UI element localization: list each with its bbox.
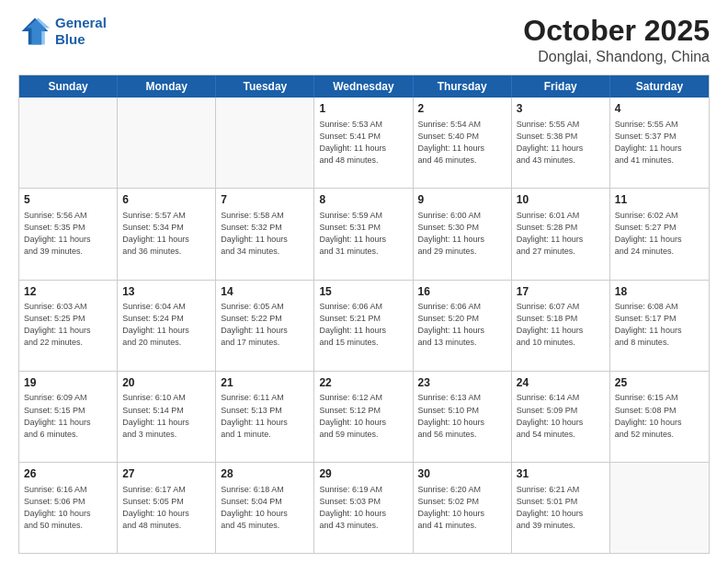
calendar-cell-12: 12Sunrise: 6:03 AM Sunset: 5:25 PM Dayli… (19, 281, 118, 371)
calendar-cell-empty (216, 98, 314, 188)
calendar-cell-5: 5Sunrise: 5:56 AM Sunset: 5:35 PM Daylig… (19, 189, 118, 279)
day-number: 13 (122, 284, 210, 300)
cell-info: Sunrise: 6:21 AM Sunset: 5:01 PM Dayligh… (517, 484, 605, 532)
calendar-cell-26: 26Sunrise: 6:16 AM Sunset: 5:06 PM Dayli… (19, 463, 118, 553)
day-number: 7 (221, 192, 309, 208)
cell-info: Sunrise: 5:54 AM Sunset: 5:40 PM Dayligh… (418, 119, 506, 167)
cell-info: Sunrise: 5:53 AM Sunset: 5:41 PM Dayligh… (319, 119, 407, 167)
calendar-cell-30: 30Sunrise: 6:20 AM Sunset: 5:02 PM Dayli… (414, 463, 512, 553)
day-number: 19 (24, 375, 112, 391)
calendar-cell-17: 17Sunrise: 6:07 AM Sunset: 5:18 PM Dayli… (512, 281, 610, 371)
day-number: 29 (319, 466, 407, 482)
day-number: 31 (517, 466, 605, 482)
cell-info: Sunrise: 5:55 AM Sunset: 5:38 PM Dayligh… (517, 119, 605, 167)
calendar-cell-19: 19Sunrise: 6:09 AM Sunset: 5:15 PM Dayli… (19, 372, 118, 462)
cell-info: Sunrise: 6:05 AM Sunset: 5:22 PM Dayligh… (221, 301, 309, 349)
calendar-cell-9: 9Sunrise: 6:00 AM Sunset: 5:30 PM Daylig… (414, 189, 512, 279)
calendar-row-1: 1Sunrise: 5:53 AM Sunset: 5:41 PM Daylig… (19, 98, 709, 188)
calendar-header: SundayMondayTuesdayWednesdayThursdayFrid… (19, 75, 709, 98)
cell-info: Sunrise: 6:17 AM Sunset: 5:05 PM Dayligh… (122, 484, 210, 532)
calendar-cell-31: 31Sunrise: 6:21 AM Sunset: 5:01 PM Dayli… (512, 463, 610, 553)
day-number: 21 (221, 375, 309, 391)
calendar-cell-4: 4Sunrise: 5:55 AM Sunset: 5:37 PM Daylig… (610, 98, 709, 188)
cell-info: Sunrise: 6:13 AM Sunset: 5:10 PM Dayligh… (418, 392, 506, 440)
page: General Blue October 2025 Donglai, Shand… (0, 0, 728, 563)
cell-info: Sunrise: 6:16 AM Sunset: 5:06 PM Dayligh… (24, 484, 112, 532)
cell-info: Sunrise: 6:20 AM Sunset: 5:02 PM Dayligh… (418, 484, 506, 532)
day-number: 18 (615, 284, 704, 300)
calendar-cell-empty (118, 98, 216, 188)
day-number: 11 (615, 192, 704, 208)
calendar-cell-14: 14Sunrise: 6:05 AM Sunset: 5:22 PM Dayli… (216, 281, 314, 371)
calendar-cell-29: 29Sunrise: 6:19 AM Sunset: 5:03 PM Dayli… (314, 463, 413, 553)
day-number: 14 (221, 284, 309, 300)
day-number: 17 (517, 284, 605, 300)
calendar-cell-25: 25Sunrise: 6:15 AM Sunset: 5:08 PM Dayli… (610, 372, 709, 462)
calendar-cell-6: 6Sunrise: 5:57 AM Sunset: 5:34 PM Daylig… (118, 189, 216, 279)
day-number: 3 (517, 101, 605, 117)
cell-info: Sunrise: 5:56 AM Sunset: 5:35 PM Dayligh… (24, 210, 112, 258)
cell-info: Sunrise: 5:55 AM Sunset: 5:37 PM Dayligh… (615, 119, 704, 167)
cell-info: Sunrise: 5:58 AM Sunset: 5:32 PM Dayligh… (221, 210, 309, 258)
calendar-cell-22: 22Sunrise: 6:12 AM Sunset: 5:12 PM Dayli… (314, 372, 413, 462)
day-number: 4 (615, 101, 704, 117)
calendar-cell-23: 23Sunrise: 6:13 AM Sunset: 5:10 PM Dayli… (414, 372, 512, 462)
day-number: 25 (615, 375, 704, 391)
calendar-cell-15: 15Sunrise: 6:06 AM Sunset: 5:21 PM Dayli… (314, 281, 413, 371)
calendar-cell-16: 16Sunrise: 6:06 AM Sunset: 5:20 PM Dayli… (414, 281, 512, 371)
cell-info: Sunrise: 6:08 AM Sunset: 5:17 PM Dayligh… (615, 301, 704, 349)
day-number: 20 (122, 375, 210, 391)
cell-info: Sunrise: 6:18 AM Sunset: 5:04 PM Dayligh… (221, 484, 309, 532)
month-title: October 2025 (523, 15, 710, 47)
day-number: 9 (418, 192, 506, 208)
day-number: 28 (221, 466, 309, 482)
title-block: October 2025 Donglai, Shandong, China (523, 15, 710, 65)
cell-info: Sunrise: 6:07 AM Sunset: 5:18 PM Dayligh… (517, 301, 605, 349)
day-number: 22 (319, 375, 407, 391)
calendar-row-5: 26Sunrise: 6:16 AM Sunset: 5:06 PM Dayli… (19, 462, 709, 553)
calendar-cell-7: 7Sunrise: 5:58 AM Sunset: 5:32 PM Daylig… (216, 189, 314, 279)
logo: General Blue (18, 15, 107, 48)
calendar-row-2: 5Sunrise: 5:56 AM Sunset: 5:35 PM Daylig… (19, 188, 709, 279)
weekday-header-friday: Friday (512, 75, 610, 98)
day-number: 15 (319, 284, 407, 300)
calendar-cell-3: 3Sunrise: 5:55 AM Sunset: 5:38 PM Daylig… (512, 98, 610, 188)
calendar-cell-28: 28Sunrise: 6:18 AM Sunset: 5:04 PM Dayli… (216, 463, 314, 553)
calendar-cell-13: 13Sunrise: 6:04 AM Sunset: 5:24 PM Dayli… (118, 281, 216, 371)
weekday-header-monday: Monday (118, 75, 216, 98)
day-number: 30 (418, 466, 506, 482)
cell-info: Sunrise: 6:15 AM Sunset: 5:08 PM Dayligh… (615, 392, 704, 440)
day-number: 5 (24, 192, 112, 208)
cell-info: Sunrise: 5:59 AM Sunset: 5:31 PM Dayligh… (319, 210, 407, 258)
cell-info: Sunrise: 6:01 AM Sunset: 5:28 PM Dayligh… (517, 210, 605, 258)
day-number: 27 (122, 466, 210, 482)
calendar-cell-2: 2Sunrise: 5:54 AM Sunset: 5:40 PM Daylig… (414, 98, 512, 188)
calendar-body: 1Sunrise: 5:53 AM Sunset: 5:41 PM Daylig… (19, 98, 709, 553)
day-number: 12 (24, 284, 112, 300)
weekday-header-tuesday: Tuesday (216, 75, 314, 98)
calendar-cell-empty (19, 98, 118, 188)
day-number: 24 (517, 375, 605, 391)
calendar-cell-11: 11Sunrise: 6:02 AM Sunset: 5:27 PM Dayli… (610, 189, 709, 279)
calendar-cell-27: 27Sunrise: 6:17 AM Sunset: 5:05 PM Dayli… (118, 463, 216, 553)
cell-info: Sunrise: 6:00 AM Sunset: 5:30 PM Dayligh… (418, 210, 506, 258)
calendar: SundayMondayTuesdayWednesdayThursdayFrid… (18, 75, 710, 554)
logo-icon (18, 15, 51, 48)
calendar-cell-18: 18Sunrise: 6:08 AM Sunset: 5:17 PM Dayli… (610, 281, 709, 371)
cell-info: Sunrise: 6:04 AM Sunset: 5:24 PM Dayligh… (122, 301, 210, 349)
weekday-header-thursday: Thursday (414, 75, 512, 98)
calendar-row-3: 12Sunrise: 6:03 AM Sunset: 5:25 PM Dayli… (19, 280, 709, 371)
day-number: 16 (418, 284, 506, 300)
cell-info: Sunrise: 6:11 AM Sunset: 5:13 PM Dayligh… (221, 392, 309, 440)
location: Donglai, Shandong, China (523, 49, 710, 65)
cell-info: Sunrise: 6:03 AM Sunset: 5:25 PM Dayligh… (24, 301, 112, 349)
cell-info: Sunrise: 5:57 AM Sunset: 5:34 PM Dayligh… (122, 210, 210, 258)
day-number: 2 (418, 101, 506, 117)
weekday-header-wednesday: Wednesday (314, 75, 413, 98)
cell-info: Sunrise: 6:09 AM Sunset: 5:15 PM Dayligh… (24, 392, 112, 440)
day-number: 23 (418, 375, 506, 391)
cell-info: Sunrise: 6:12 AM Sunset: 5:12 PM Dayligh… (319, 392, 407, 440)
calendar-cell-10: 10Sunrise: 6:01 AM Sunset: 5:28 PM Dayli… (512, 189, 610, 279)
weekday-header-sunday: Sunday (19, 75, 118, 98)
cell-info: Sunrise: 6:14 AM Sunset: 5:09 PM Dayligh… (517, 392, 605, 440)
